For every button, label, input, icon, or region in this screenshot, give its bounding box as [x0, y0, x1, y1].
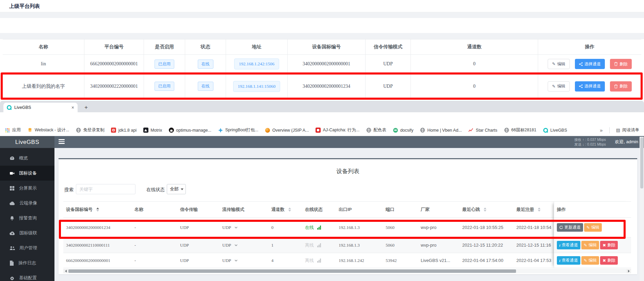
- delete-button[interactable]: 删除: [610, 59, 632, 69]
- col-header-sortable[interactable]: 最近心跳: [460, 206, 514, 213]
- bookmark-colors[interactable]: 配色表: [366, 127, 386, 133]
- col-header-sortable[interactable]: 通道数: [269, 206, 302, 213]
- edit-device-button[interactable]: ✎编辑: [581, 256, 599, 265]
- sidebar-item-devices[interactable]: 国标设备: [0, 166, 54, 181]
- col-header-sortable[interactable]: 最近注册: [514, 206, 554, 213]
- scrollbar-thumb[interactable]: [68, 269, 516, 273]
- stream-mode-select[interactable]: UDP: [220, 258, 269, 263]
- cloud-icon: [10, 201, 15, 205]
- scroll-left-arrow[interactable]: [63, 269, 68, 273]
- edit-device-button[interactable]: ✎编辑: [584, 223, 602, 232]
- online-status-select[interactable]: 全部: [167, 184, 186, 194]
- channel-count: 0: [410, 73, 538, 99]
- bookmark-copy[interactable]: 免登录复制: [76, 127, 104, 133]
- divider: [609, 127, 610, 133]
- device-name: -: [132, 258, 177, 263]
- bookmark-springboot[interactable]: SpringBoot打包...: [218, 127, 258, 133]
- bookmark-webstack[interactable]: Webstack - 设计...: [27, 127, 69, 133]
- browser-tab-livegbs[interactable]: LiveGBS ×: [3, 103, 78, 112]
- col-header: 平台编号: [84, 39, 144, 54]
- edit-button[interactable]: ✎编辑: [548, 81, 570, 92]
- bookmark-livegbs[interactable]: LiveGBS: [543, 128, 567, 133]
- stats-send: 发送 ↓ : 0.021 Mbps: [574, 142, 606, 146]
- sidebar-item-settings[interactable]: 基础配置: [0, 270, 54, 281]
- grid-icon: [10, 186, 15, 191]
- sidebar-item-overview[interactable]: 概览: [0, 151, 54, 166]
- platform-id: 66620000002000000001: [84, 55, 144, 73]
- select-channel-button[interactable]: 选择通道: [575, 81, 605, 92]
- app-logo: LiveGBS: [0, 136, 54, 148]
- x-icon: ✖: [602, 258, 606, 263]
- bookmark-ajcaptcha[interactable]: AJ-Captcha: 行为...: [315, 127, 359, 133]
- delete-device-button[interactable]: ✖删除: [600, 256, 618, 265]
- device-name: -: [132, 225, 177, 230]
- sidebar-item-users[interactable]: 用户管理: [0, 241, 54, 255]
- bookmarks-overflow-chevron[interactable]: »: [600, 127, 602, 133]
- sidebar-item-cloud-record[interactable]: 云端录像: [0, 196, 54, 211]
- bookmark-gb28181[interactable]: 66国标28181: [504, 127, 536, 133]
- address-badge: 192.168.1.141:15060: [233, 81, 280, 92]
- status-badge: 在线: [198, 60, 213, 69]
- platform-row-highlighted: 上级看到的我的名字 34020000002220000001 已启用 在线 19…: [3, 73, 641, 99]
- sidebar-item-alarms[interactable]: 报警查询: [0, 211, 54, 226]
- col-header: 地址: [226, 39, 287, 54]
- jdk-icon: [111, 128, 116, 133]
- new-tab-button[interactable]: +: [82, 103, 91, 112]
- online-status-label: 在线状态: [146, 187, 165, 193]
- x-icon: ✖: [602, 243, 606, 248]
- chart-bars-icon: [317, 243, 321, 247]
- section-gap: [0, 33, 644, 39]
- sidebar-item-split-screen[interactable]: 分屏展示: [0, 181, 54, 196]
- search-input[interactable]: [76, 184, 135, 194]
- bookmark-motrix[interactable]: Motrix: [143, 128, 162, 133]
- view-channels-button[interactable]: i查看通道: [557, 241, 580, 249]
- welcome-user[interactable]: 欢迎, admin: [615, 139, 638, 145]
- transport-mode: UDP: [365, 55, 410, 73]
- sidebar-item-cascade[interactable]: 国标级联: [0, 226, 54, 241]
- bookmark-vben[interactable]: Home | Vben Ad...: [420, 128, 462, 133]
- col-header: 名称: [3, 39, 84, 54]
- springboot-icon: [218, 128, 223, 133]
- platform-id: 34020000002220000001: [84, 73, 144, 99]
- scrollbar-thumb[interactable]: [640, 137, 643, 188]
- bookmark-jsip[interactable]: Overview (JSIP A...: [265, 128, 309, 133]
- device-id: 34020000002110000111: [63, 243, 132, 248]
- globe-icon: [76, 128, 81, 133]
- col-header: 端口: [383, 206, 418, 213]
- stream-mode-select[interactable]: UDP: [220, 243, 269, 248]
- gauge-icon: [10, 156, 15, 161]
- horizontal-scrollbar[interactable]: [63, 269, 631, 273]
- address-cell: 192.168.1.242:1506: [226, 55, 287, 73]
- stream-mode-select[interactable]: UDP: [220, 225, 269, 230]
- tab-close-icon[interactable]: ×: [71, 105, 74, 110]
- globe-icon: [504, 128, 509, 133]
- app-header: [0, 136, 644, 148]
- delete-button[interactable]: 删除: [610, 81, 632, 92]
- sidebar-toggle-icon[interactable]: [59, 139, 65, 145]
- page-vertical-scrollbar[interactable]: [640, 137, 644, 281]
- bookmark-github[interactable]: optimus-manage...: [168, 128, 211, 133]
- livegbs-favicon: [7, 105, 12, 110]
- bookmark-apps[interactable]: 应用: [5, 127, 21, 133]
- info-icon: i: [559, 243, 560, 247]
- scroll-right-arrow[interactable]: [626, 269, 631, 273]
- actions-row: 更新通道 ✎编辑: [554, 218, 631, 237]
- col-header-sortable[interactable]: 设备国标编号: [63, 206, 132, 213]
- edit-device-button[interactable]: ✎编辑: [581, 241, 599, 249]
- bookmark-docsify[interactable]: docsify: [393, 128, 414, 133]
- view-channels-button[interactable]: i查看通道: [557, 256, 580, 265]
- trash-icon: [614, 62, 618, 66]
- reading-list-button[interactable]: ▤阅读清单: [616, 127, 639, 133]
- select-channel-button[interactable]: 选择通道: [575, 59, 605, 69]
- sidebar-item-logs[interactable]: 操作日志: [0, 255, 54, 270]
- edit-button[interactable]: ✎编辑: [548, 59, 570, 69]
- device-gb-id: 34020000002000000001: [287, 55, 365, 73]
- bookmark-starcharts[interactable]: Star Charts: [468, 128, 497, 133]
- update-channels-button[interactable]: 更新通道: [557, 223, 583, 232]
- delete-device-button[interactable]: ✖删除: [600, 241, 618, 249]
- bookmark-jdk[interactable]: jdk1.8 api: [111, 128, 137, 133]
- channel-count: 0: [410, 55, 538, 73]
- col-header: 流传输模式: [220, 206, 269, 213]
- ajcaptcha-icon: [315, 128, 321, 133]
- online-status-link[interactable]: 在线: [302, 225, 336, 231]
